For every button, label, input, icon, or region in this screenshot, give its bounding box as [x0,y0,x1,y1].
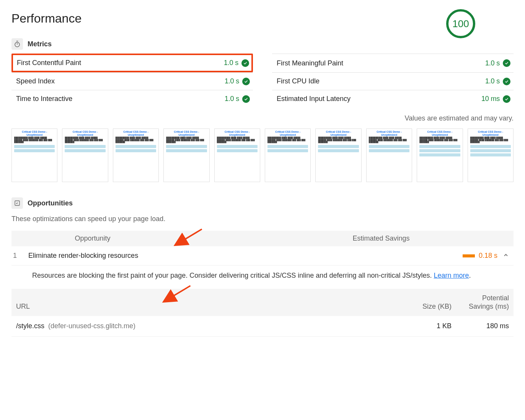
check-icon [241,59,249,67]
learn-more-link[interactable]: Learn more [434,272,469,279]
savings-bar [463,254,475,257]
metric-row[interactable]: First Contentful Paint 1.0 s [11,54,253,72]
opportunity-index: 1 [13,252,28,260]
opportunities-description: These optimizations can speed up your pa… [11,215,514,223]
stopwatch-icon [11,38,23,50]
resource-row: /style.css (defer-unused-css.glitch.me) … [11,316,514,337]
opportunities-icon [11,197,23,209]
metric-label: First Contentful Paint [17,59,81,67]
metric-value: 1.0 s [225,95,239,103]
metric-label: Estimated Input Latency [277,95,351,103]
metric-value: 1.0 s [224,59,238,67]
metric-label: Time to Interactive [16,95,72,103]
metric-label: First Meaningful Paint [277,59,343,67]
filmstrip-frame: Critical CSS Demo - Unoptimized ████████… [366,129,412,182]
metric-value: 10 ms [481,95,500,103]
resource-table-header: URL Size (KB) PotentialSavings (ms) [11,289,514,316]
opportunity-row[interactable]: 1 Eliminate render-blocking resources 0.… [11,246,514,265]
check-icon [503,78,510,85]
resource-url: /style.css (defer-unused-css.glitch.me) [16,322,390,330]
performance-score: 100 [446,9,475,38]
metrics-footnote: Values are estimated and may vary. [11,114,514,122]
page-title: Performance [11,11,82,26]
metric-value: 1.0 s [485,77,500,85]
metric-row[interactable]: First Meaningful Paint 1.0 s [272,54,514,72]
metric-label: First CPU Idle [277,77,320,85]
filmstrip-frame: Critical CSS Demo - Unoptimized ████████… [214,129,260,182]
opportunity-column-header: Opportunity [16,234,169,243]
metric-label: Speed Index [16,77,55,85]
potential-savings-column-header: PotentialSavings (ms) [452,294,509,311]
opportunity-description: Resources are blocking the first paint o… [11,265,514,289]
check-icon [242,95,250,103]
savings-column-header: Estimated Savings [169,234,509,243]
metric-row[interactable]: Speed Index 1.0 s [11,72,253,90]
metric-row[interactable]: First CPU Idle 1.0 s [272,72,514,90]
filmstrip-frame: Critical CSS Demo - Unoptimized ████████… [163,129,209,182]
resource-size: 1 KB [390,322,452,330]
opportunities-section-title: Opportunities [28,199,73,207]
metric-row[interactable]: Estimated Input Latency 10 ms [272,90,514,107]
chevron-up-icon[interactable] [503,252,509,260]
filmstrip-frame: Critical CSS Demo - Unoptimized ████████… [315,129,361,182]
check-icon [503,59,510,67]
filmstrip-frame: Critical CSS Demo - Unoptimized ████████… [62,129,108,182]
filmstrip-frame: Critical CSS Demo - Unoptimized ████████… [417,129,463,182]
resource-savings: 180 ms [452,322,509,330]
size-column-header: Size (KB) [390,303,452,311]
filmstrip-frame: Critical CSS Demo - Unoptimized ████████… [468,129,514,182]
metric-value: 1.0 s [485,59,500,67]
filmstrip-frame: Critical CSS Demo - Unoptimized ████████… [113,129,159,182]
metrics-section-title: Metrics [28,40,52,48]
metric-value: 1.0 s [225,77,239,85]
opportunities-table-header: Opportunity Estimated Savings [11,231,514,246]
opportunity-name: Eliminate render-blocking resources [28,252,463,260]
check-icon [503,95,510,103]
metric-row[interactable]: Time to Interactive 1.0 s [11,90,253,107]
check-icon [242,78,250,85]
filmstrip-frame: Critical CSS Demo - Unoptimized ████████… [265,129,311,182]
url-column-header: URL [16,303,390,311]
opportunity-savings: 0.18 s [479,252,497,260]
filmstrip-frame: Critical CSS Demo - Unoptimized ████████… [11,129,57,182]
